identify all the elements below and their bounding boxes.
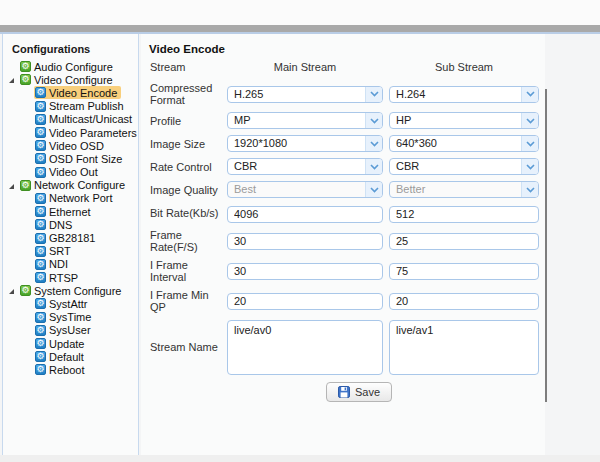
sidebar-item-label: Network Port xyxy=(49,192,113,204)
rate-control-main-select[interactable]: CBR xyxy=(227,158,383,175)
gears-icon: ⚙ xyxy=(20,180,31,191)
gear-icon: ⚙ xyxy=(35,312,46,323)
sidebar-item-video-parameters[interactable]: ⚙Video Parameters xyxy=(3,126,138,139)
sidebar-item-stream-publish[interactable]: ⚙Stream Publish xyxy=(3,100,138,113)
bit-rate-kb-s-main-input[interactable] xyxy=(227,206,383,223)
tree-node: ⚙Video OSD xyxy=(34,139,108,152)
main-stream-header: Main Stream xyxy=(227,61,383,73)
i-frame-interval-main-input[interactable] xyxy=(227,263,383,280)
sidebar-item-gb28181[interactable]: ⚙GB28181 xyxy=(3,231,138,244)
chevron-down-icon xyxy=(521,182,538,197)
gears-icon: ⚙ xyxy=(20,285,31,296)
sidebar-item-reboot[interactable]: ⚙Reboot xyxy=(3,363,138,376)
tree-node: ⚙Update xyxy=(34,337,88,350)
select-value: HP xyxy=(390,113,521,128)
rate-control-sub-select[interactable]: CBR xyxy=(389,158,539,175)
i-frame-min-qp-sub-input[interactable] xyxy=(389,293,539,310)
sidebar-item-multicast-unicast[interactable]: ⚙Multicast/Unicast xyxy=(3,113,138,126)
tree-node: ⚙DNS xyxy=(34,218,76,231)
sidebar-item-label: Reboot xyxy=(49,364,84,376)
gear-icon: ⚙ xyxy=(35,364,46,375)
main-stream-cell xyxy=(227,261,383,280)
sidebar-item-default[interactable]: ⚙Default xyxy=(3,350,138,363)
stream-name-sub-textarea[interactable]: live/av1 xyxy=(389,320,539,375)
tree-node: ⚙Video Configure xyxy=(19,73,117,86)
tree-node: ⚙Video Out xyxy=(34,166,102,179)
sidebar-item-video-out[interactable]: ⚙Video Out xyxy=(3,166,138,179)
form-row-image-quality: Image QualityBestBetter xyxy=(150,181,545,198)
field-label: Frame Rate(F/S) xyxy=(150,229,227,253)
sidebar-item-ndi[interactable]: ⚙NDI xyxy=(3,258,138,271)
tree-node: ⚙GB28181 xyxy=(34,232,99,245)
gear-icon: ⚙ xyxy=(35,298,46,309)
sidebar-item-system-configure[interactable]: ⚙System Configure xyxy=(3,284,138,297)
sidebar-item-video-encode[interactable]: ⚙Video Encode xyxy=(3,86,138,99)
form-row-i-frame-min-qp: I Frame Min QP xyxy=(150,289,545,313)
gear-icon: ⚙ xyxy=(35,259,46,270)
video-encode-form: Stream Main Stream Sub Stream Compressed… xyxy=(141,60,545,402)
gear-icon: ⚙ xyxy=(35,206,46,217)
sidebar-item-ethernet[interactable]: ⚙Ethernet xyxy=(3,205,138,218)
sub-stream-cell: 640*360 xyxy=(389,135,539,152)
tree-node: ⚙System Configure xyxy=(19,284,125,297)
gear-icon: ⚙ xyxy=(35,153,46,164)
main-stream-cell xyxy=(227,291,383,310)
expand-arrow-icon[interactable] xyxy=(8,180,19,191)
gear-icon: ⚙ xyxy=(35,233,46,244)
sidebar-item-label: SysTime xyxy=(49,311,91,323)
field-label: I Frame Interval xyxy=(150,259,227,283)
bit-rate-kb-s-sub-input[interactable] xyxy=(389,206,539,223)
save-button-label: Save xyxy=(355,386,380,398)
chevron-down-icon xyxy=(365,87,382,102)
select-value: H.265 xyxy=(228,87,365,102)
page-title: Video Encode xyxy=(141,34,545,55)
sidebar-item-label: System Configure xyxy=(34,285,121,297)
gear-icon: ⚙ xyxy=(35,127,46,138)
compressed-format-main-select[interactable]: H.265 xyxy=(227,86,383,103)
sidebar-item-video-configure[interactable]: ⚙Video Configure xyxy=(3,73,138,86)
gears-icon: ⚙ xyxy=(20,61,31,72)
select-value: 640*360 xyxy=(390,136,521,151)
sub-stream-cell xyxy=(389,204,539,223)
sidebar-item-network-configure[interactable]: ⚙Network Configure xyxy=(3,179,138,192)
sidebar-item-osd-font-size[interactable]: ⚙OSD Font Size xyxy=(3,152,138,165)
sidebar-item-network-port[interactable]: ⚙Network Port xyxy=(3,192,138,205)
image-size-sub-select[interactable]: 640*360 xyxy=(389,135,539,152)
field-label: Compressed Format xyxy=(150,82,227,106)
image-size-main-select[interactable]: 1920*1080 xyxy=(227,135,383,152)
sub-stream-cell xyxy=(389,291,539,310)
main-scrollbar[interactable] xyxy=(545,89,547,402)
expand-arrow-icon[interactable] xyxy=(8,74,19,85)
sidebar-item-dns[interactable]: ⚙DNS xyxy=(3,218,138,231)
i-frame-interval-sub-input[interactable] xyxy=(389,263,539,280)
sidebar-item-video-osd[interactable]: ⚙Video OSD xyxy=(3,139,138,152)
profile-sub-select[interactable]: HP xyxy=(389,112,539,129)
stream-name-main-textarea[interactable]: live/av0 xyxy=(227,320,383,375)
tree-node: ⚙OSD Font Size xyxy=(34,152,126,165)
main-stream-cell: H.265 xyxy=(227,86,383,103)
sidebar-item-sysuser[interactable]: ⚙SysUser xyxy=(3,324,138,337)
tree-node: ⚙SRT xyxy=(34,245,75,258)
sidebar-item-update[interactable]: ⚙Update xyxy=(3,337,138,350)
i-frame-min-qp-main-input[interactable] xyxy=(227,293,383,310)
frame-rate-f-s-sub-input[interactable] xyxy=(389,233,539,250)
sidebar-item-rtsp[interactable]: ⚙RTSP xyxy=(3,271,138,284)
compressed-format-sub-select[interactable]: H.264 xyxy=(389,86,539,103)
tree-node-selected: ⚙Video Encode xyxy=(34,86,121,99)
sidebar-item-systime[interactable]: ⚙SysTime xyxy=(3,311,138,324)
gear-icon: ⚙ xyxy=(35,272,46,283)
gear-icon: ⚙ xyxy=(35,325,46,336)
profile-main-select[interactable]: MP xyxy=(227,112,383,129)
sidebar-item-systattr[interactable]: ⚙SystAttr xyxy=(3,297,138,310)
expand-arrow-icon[interactable] xyxy=(8,285,19,296)
tree-node: ⚙Audio Configure xyxy=(19,60,117,73)
field-label: Rate Control xyxy=(150,161,227,173)
sidebar-item-srt[interactable]: ⚙SRT xyxy=(3,245,138,258)
tree-node: ⚙Multicast/Unicast xyxy=(34,113,136,126)
field-label: Bit Rate(Kb/s) xyxy=(150,207,227,219)
save-button[interactable]: Save xyxy=(326,382,392,402)
sidebar-item-label: NDI xyxy=(49,258,68,270)
sidebar-item-audio-configure[interactable]: ⚙Audio Configure xyxy=(3,60,138,73)
top-strip xyxy=(0,0,600,25)
frame-rate-f-s-main-input[interactable] xyxy=(227,233,383,250)
